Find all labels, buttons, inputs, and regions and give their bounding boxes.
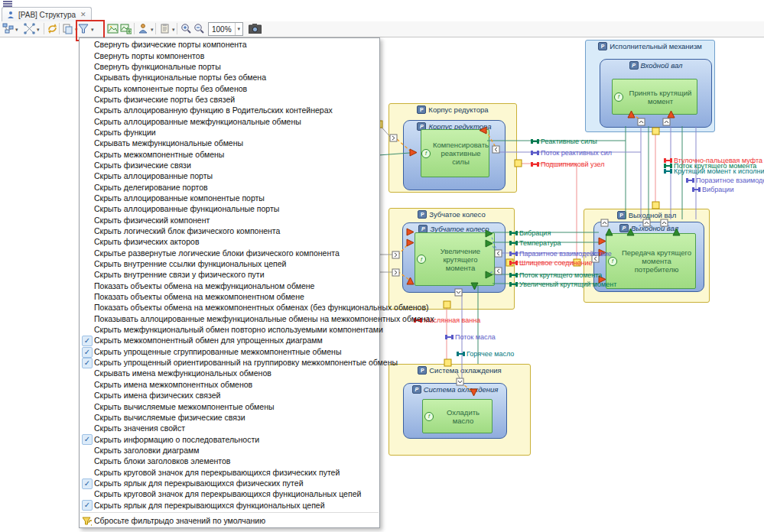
exchange-label[interactable]: Реактивные силы <box>531 138 597 145</box>
close-tab-icon[interactable]: ✕ <box>80 11 86 18</box>
snapshot-button[interactable] <box>248 22 262 37</box>
menu-item[interactable]: Скрыть круговой значок для перекрывающих… <box>80 488 379 499</box>
menu-item-label: Скрыть аллоцированные межфункциональные … <box>94 117 301 126</box>
menu-item[interactable]: Скрыть имена физических связей <box>80 390 379 401</box>
menu-item-label: Скрыть ярлык для перекрывающихся физичес… <box>94 478 304 488</box>
menu-item[interactable]: Скрыть межфункциональный обмен повторно … <box>80 324 379 335</box>
menu-item[interactable]: Скрыть логический блок физического компо… <box>80 225 379 236</box>
chevron-down-icon[interactable]: ▾ <box>15 27 18 33</box>
menu-item[interactable]: Скрыть компонентые порты без обменов <box>80 83 379 93</box>
menu-item[interactable]: Скрыть функции <box>80 127 379 138</box>
component-cooling-system[interactable]: PСистема охлажденияPСистема охлажденияfО… <box>389 364 531 456</box>
menu-item[interactable]: ✓Скрыть упрощенный ориентированный на гр… <box>80 357 379 368</box>
menu-item[interactable]: Скрыть вычисляемые физические связи <box>80 412 379 423</box>
menu-item[interactable]: Свернуть физические порты компонента <box>80 39 379 50</box>
menu-item[interactable]: Скрывать функциональные порты без обмена <box>80 72 379 83</box>
menu-item-reset-filters[interactable]: Сбросьте фильтрыдо значений по умолчанию <box>80 514 379 527</box>
clipboard-button[interactable]: ▾ <box>158 22 176 37</box>
menu-item[interactable]: ✓Скрыть информацию о последовательности <box>80 433 379 444</box>
exchange-label[interactable]: Поток крутящего момента <box>509 271 602 279</box>
save-image-button[interactable] <box>106 22 119 37</box>
function-actuator[interactable]: fПринять крутящий момент <box>612 79 697 115</box>
menu-item[interactable]: Скрыть аллоцированные порты <box>80 170 379 181</box>
node-gearbox-housing[interactable]: PКорпус редуктораfКомпенсировать реактив… <box>403 120 506 190</box>
menu-item[interactable]: Показать объекты обмена на межкомпонентн… <box>80 302 379 313</box>
menu-item[interactable]: Свернуть функциональные порты <box>80 61 379 72</box>
menu-item[interactable]: Скрыть имена межкомпонентных обменов <box>80 379 379 390</box>
menu-item[interactable]: Скрыть аллоцированную функцию в Родитель… <box>80 105 379 115</box>
menu-item[interactable]: Скрыть внутренние ссылки функциональных … <box>80 258 379 269</box>
node-cooling-system[interactable]: PСистема охлажденияfОхладить масло <box>403 383 507 439</box>
exchange-label[interactable]: Поток реактивных сил <box>531 149 612 157</box>
menu-item[interactable]: Показать объекты обмена на межкомпонентн… <box>80 291 379 302</box>
exchange-label[interactable]: Горячее масло <box>457 350 514 358</box>
menu-item[interactable]: Скрыть значения свойст <box>80 423 379 433</box>
function-output-shaft[interactable]: fПередача крутящего момента потребителю <box>606 233 696 289</box>
exchange-label[interactable]: Увеличеный крутящий момент <box>509 281 616 288</box>
port-icon[interactable] <box>652 202 659 209</box>
menu-item[interactable]: Скрывать имена межфункциональных обменов <box>80 368 379 378</box>
chevron-down-icon[interactable]: ▾ <box>91 27 94 33</box>
zoom-level-combo[interactable]: 100%▾ <box>208 22 243 36</box>
menu-item[interactable]: Скрыть блоки заголовков элементов <box>80 456 379 466</box>
menu-item[interactable]: Показать объекты обмена на межфункционал… <box>80 281 379 291</box>
menu-item[interactable]: Скрыть физических акторов <box>80 236 379 247</box>
chevron-down-icon[interactable]: ▾ <box>37 27 40 33</box>
menu-item[interactable]: Скрыть физические порты без связей <box>80 94 379 105</box>
menu-item[interactable]: Скрыть внутренние связи у физического пу… <box>80 269 379 280</box>
menu-item[interactable]: Скрыть круговой значок для перекрывающих… <box>80 466 379 477</box>
copy-appearance-button[interactable]: ▾ <box>61 22 79 37</box>
exchange-label[interactable]: Паразитное взаимодействие <box>509 250 612 258</box>
exchange-label[interactable]: Подшипниковй узел <box>531 161 604 168</box>
graph-filter-button[interactable]: ▾ <box>23 22 41 37</box>
exchange-label[interactable]: Крутящий момент к исполнительному механи… <box>664 167 764 175</box>
linked-elements-button[interactable]: ▾ <box>2 22 19 37</box>
chevron-down-icon[interactable]: ▾ <box>235 23 242 35</box>
menu-item[interactable]: Скрыть делегирование портов <box>80 181 379 192</box>
exchange-label[interactable]: Шлицевое соединение <box>509 259 592 267</box>
menu-item[interactable]: Скрытье развернутые логические блоки физ… <box>80 248 379 258</box>
component-actuator[interactable]: PИсполнительный механизмPВходной валfПри… <box>585 40 715 132</box>
menu-item[interactable]: Скрывать межфункциональные обмены <box>80 138 379 148</box>
menu-item[interactable]: Скрыть аллоцированные компонентые порты <box>80 193 379 203</box>
toolbar-separator <box>134 23 135 34</box>
component-gearbox-housing[interactable]: PКорпус редуктораPКорпус редуктораfКомпе… <box>389 103 517 193</box>
menu-item[interactable]: ✓Скрыть ярлык для перекрывающихся физиче… <box>80 478 379 488</box>
menu-item[interactable]: ✓Скрыть ярлык для перекрывающихся функци… <box>80 499 379 510</box>
menu-item[interactable]: Скрыть вычисляемые межкомпонентые обмены <box>80 401 379 411</box>
physical-function-icon: f <box>417 255 426 264</box>
export-image-button[interactable] <box>119 22 132 37</box>
function-cooling-system[interactable]: fОхладить масло <box>422 399 493 433</box>
exchange-label[interactable]: Вибрация <box>509 229 551 237</box>
function-gearbox-housing[interactable]: fКомпенсировать реактивные силы <box>421 129 489 177</box>
chevron-down-icon[interactable]: ▾ <box>151 27 154 33</box>
menu-item[interactable]: Скрыть межкомпонентные обмены <box>80 148 379 159</box>
chevron-down-icon[interactable]: ▾ <box>172 27 175 33</box>
node-gear-wheel[interactable]: PЗубчатое колесоfУвеличение крутящего мо… <box>402 222 506 293</box>
menu-item[interactable]: Скрыть аллоцированные функциональные пор… <box>80 203 379 214</box>
menu-item[interactable]: Показывать аллоцированные межфункциональ… <box>80 313 379 324</box>
menu-item[interactable]: Скрыть заголовки диаграмм <box>80 445 379 456</box>
node-actuator[interactable]: PВходной валfПринять крутящий момент <box>600 59 712 128</box>
zoom-out-button[interactable] <box>193 22 206 37</box>
tab-pab-structure[interactable]: [PAB] Структура ✕ <box>2 7 92 21</box>
menu-item[interactable]: ✓Скрыть межкомпонентный обмен для упроще… <box>80 335 379 345</box>
actor-button[interactable]: ▾ <box>137 22 154 37</box>
zoom-in-button[interactable] <box>180 22 193 37</box>
component-gear-wheel[interactable]: PЗубчатое колесоPЗубчатое колесоfУвеличе… <box>389 208 515 310</box>
menu-item[interactable]: Скрыть физические связи <box>80 160 379 170</box>
hamburger-icon[interactable] <box>3 1 12 7</box>
menu-item[interactable]: Скрыть физический компонент <box>80 215 379 225</box>
menu-item[interactable]: Скрыть аллоцированные межфункциональные … <box>80 115 379 126</box>
filters-button[interactable]: ▾ <box>77 22 95 37</box>
exchange-label[interactable]: Вибрации <box>692 186 733 193</box>
check-icon: ✓ <box>82 358 93 368</box>
snapshot-icon <box>249 23 262 37</box>
function-gear-wheel[interactable]: fУвеличение крутящего момента <box>415 232 495 286</box>
exchange-label[interactable]: Температура <box>509 239 561 247</box>
menu-item[interactable]: ✓Скрыть упрощенные сгруппированные межко… <box>80 346 379 357</box>
exchange-label[interactable]: Поток масла <box>445 333 496 341</box>
exchange-label[interactable]: Поразитное взаимодействие <box>686 177 764 184</box>
menu-item[interactable]: Свернуть порты компонентов <box>80 50 379 60</box>
refresh-mapping-button[interactable] <box>46 22 59 37</box>
